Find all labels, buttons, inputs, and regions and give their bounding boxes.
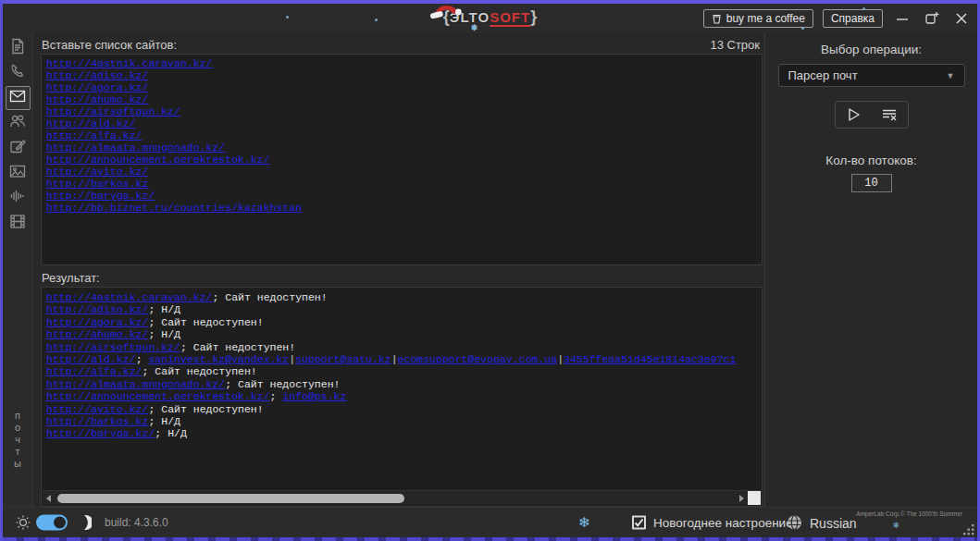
site-url[interactable]: http://ald.kz/ xyxy=(46,117,757,129)
main-area: Вставьте список сайтов: 13 Строк http://… xyxy=(33,33,764,507)
snowflake-icon: ❄ xyxy=(892,521,899,530)
site-url[interactable]: http://adiso.kz/ xyxy=(46,69,757,81)
titlebar: ❄ {ЭLTOSOFT} buy me a coffee Справка xyxy=(3,4,977,33)
input-header-label: Вставьте список сайтов: xyxy=(42,38,177,52)
result-url[interactable]: http://4astnik.caravan.kz/ xyxy=(46,291,212,303)
result-email[interactable]: ecomsupport@evopay.com.ua xyxy=(398,353,558,365)
operations-panel: Выбор операции: Парсер почт ▼ Кол-во пот… xyxy=(764,33,977,507)
newyear-checkbox[interactable] xyxy=(632,516,646,530)
snowflake-icon: ❄ xyxy=(578,514,590,531)
result-separator: ; xyxy=(212,291,225,303)
result-url[interactable]: http://ahumo.kz/ xyxy=(46,328,148,340)
site-url[interactable]: http://4astnik.caravan.kz/ xyxy=(46,57,757,69)
result-url[interactable]: http://barkos.kz xyxy=(46,415,148,427)
clear-list-icon xyxy=(879,105,899,125)
email-delimiter: | xyxy=(557,353,564,365)
result-line: http://avito.kz/; Сайт недоступен! xyxy=(46,403,757,415)
document-icon xyxy=(8,37,27,59)
theme-toggle[interactable] xyxy=(36,515,68,531)
site-url[interactable]: http://baryga.kz/ xyxy=(46,190,757,202)
result-line: http://barkos.kz; Н/Д xyxy=(46,415,757,427)
action-button-group xyxy=(835,101,909,129)
result-line: http://baryga.kz/; Н/Д xyxy=(46,427,757,439)
result-email[interactable]: saninvest.kz@yandex.kz xyxy=(148,353,289,365)
sidebar-item-image[interactable] xyxy=(6,161,31,185)
result-line: http://airsoftgun.kz/; Сайт недоступен! xyxy=(46,341,757,353)
result-separator: ; xyxy=(148,316,161,328)
sidebar-item-mail[interactable] xyxy=(6,86,31,110)
operation-selected-value: Парсер почт xyxy=(788,68,858,82)
result-status: Сайт недоступен! xyxy=(161,316,263,328)
site-url[interactable]: http://avito.kz/ xyxy=(46,166,757,178)
scroll-left-arrow[interactable] xyxy=(43,491,55,505)
buy-me-a-coffee-button[interactable]: buy me a coffee xyxy=(703,9,813,28)
result-status: Сайт недоступен! xyxy=(193,341,295,353)
result-separator: ; xyxy=(155,427,167,439)
scrollbar-corner xyxy=(748,491,761,505)
threads-count-input[interactable] xyxy=(851,174,892,192)
result-email[interactable]: 3455ffeaa51d45e1814ac3e97c1 xyxy=(564,353,736,365)
result-url[interactable]: http://airsoftgun.kz/ xyxy=(46,341,180,353)
resize-grip[interactable] xyxy=(962,523,974,535)
operation-select[interactable]: Парсер почт ▼ xyxy=(778,64,965,87)
site-url[interactable]: http://ahumo.kz/ xyxy=(46,93,757,105)
site-url[interactable]: http://barkos.kz xyxy=(46,178,757,190)
result-email[interactable]: info@ps.kz xyxy=(282,390,346,402)
play-icon xyxy=(843,105,863,125)
help-button[interactable]: Справка xyxy=(823,9,883,28)
coffee-cup-icon xyxy=(712,13,722,24)
scrollbar-thumb[interactable] xyxy=(57,494,404,503)
sidebar-item-edit[interactable] xyxy=(6,136,31,160)
scroll-right-arrow[interactable] xyxy=(736,491,748,505)
site-url[interactable]: http://announcement.perekrestok.kz/ xyxy=(46,154,757,166)
site-url[interactable]: http://bb.biznet.ru/countries/kazakhstan xyxy=(46,202,757,214)
checkmark-icon xyxy=(634,518,644,528)
result-status: Сайт недоступен! xyxy=(155,365,256,377)
result-line: http://4astnik.caravan.kz/; Сайт недосту… xyxy=(46,291,757,303)
language-selector[interactable]: Russian xyxy=(787,515,857,531)
result-url[interactable]: http://agora.kz/ xyxy=(46,316,148,328)
clear-list-button[interactable] xyxy=(872,102,908,128)
start-button[interactable] xyxy=(836,102,872,128)
app-window: ❄ {ЭLTOSOFT} buy me a coffee Справка xyxy=(0,0,980,541)
result-separator: ; xyxy=(270,390,283,402)
sidebar-item-document[interactable] xyxy=(6,36,31,60)
result-email[interactable]: support@satu.kz xyxy=(295,353,391,365)
result-url[interactable]: http://adiso.kz/ xyxy=(46,303,148,315)
site-url[interactable]: http://agora.kz/ xyxy=(46,81,757,93)
result-line: http://ald.kz/; saninvest.kz@yandex.kz|s… xyxy=(46,353,757,365)
result-url[interactable]: http://baryga.kz/ xyxy=(46,427,155,439)
close-button[interactable] xyxy=(951,4,972,33)
sidebar-item-phone[interactable] xyxy=(6,61,31,85)
sidebar-item-users[interactable] xyxy=(6,111,31,135)
logo-text-red: SOFT xyxy=(490,9,530,27)
site-url[interactable]: http://airsoftgun.kz/ xyxy=(46,105,757,117)
status-bar: build: 4.3.6.0 ❄ Новогоднее настроение R… xyxy=(3,507,977,537)
phone-icon xyxy=(8,62,27,84)
horizontal-scrollbar[interactable] xyxy=(43,490,761,505)
result-url[interactable]: http://almaata.mnogonado.kz/ xyxy=(46,378,225,390)
maximize-button[interactable] xyxy=(922,4,942,33)
result-separator: ; xyxy=(136,353,149,365)
toggle-knob xyxy=(54,517,66,529)
language-label: Russian xyxy=(810,515,857,530)
site-list-input[interactable]: http://4astnik.caravan.kz/http://adiso.k… xyxy=(41,54,763,265)
result-url[interactable]: http://avito.kz/ xyxy=(46,403,148,415)
site-url[interactable]: http://alfa.kz/ xyxy=(46,129,757,141)
scrollbar-track[interactable] xyxy=(55,491,736,505)
snow-dot xyxy=(286,16,289,18)
result-url[interactable]: http://announcement.perekrestok.kz/ xyxy=(46,390,270,402)
result-url[interactable]: http://alfa.kz/ xyxy=(46,365,143,377)
sidebar-item-film[interactable] xyxy=(6,211,31,235)
minimize-icon xyxy=(896,12,909,25)
minimize-button[interactable] xyxy=(892,4,912,33)
buy-me-a-coffee-label: buy me a coffee xyxy=(726,12,805,25)
newyear-checkbox-row[interactable]: Новогоднее настроение xyxy=(632,516,793,530)
sidebar-item-audio[interactable] xyxy=(6,186,31,210)
site-url[interactable]: http://almaata.mnogonado.kz/ xyxy=(46,141,757,154)
result-output[interactable]: http://4astnik.caravan.kz/; Сайт недосту… xyxy=(41,287,763,507)
moon-icon xyxy=(73,513,92,532)
globe-icon xyxy=(787,515,802,531)
sidebar-vertical-label: п о ч т ы xyxy=(3,410,32,470)
result-url[interactable]: http://ald.kz/ xyxy=(46,353,136,365)
